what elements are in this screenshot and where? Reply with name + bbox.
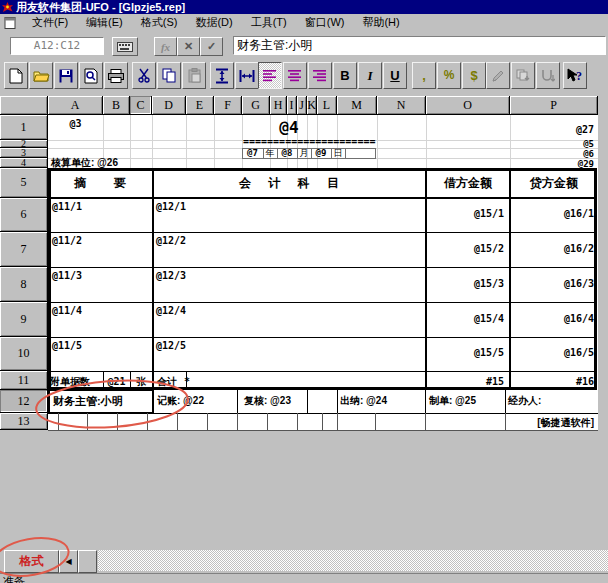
row-height-button[interactable] (210, 62, 234, 89)
formula-input[interactable]: 财务主管:小明 (233, 36, 606, 55)
sign-button[interactable] (486, 62, 510, 89)
row-header-5[interactable]: 5 (0, 168, 48, 198)
select-all-corner[interactable] (0, 96, 48, 115)
comma-style-button[interactable]: , (412, 62, 436, 89)
sort-down-button[interactable] (536, 62, 560, 89)
percent-style-button[interactable]: % (437, 62, 461, 89)
cell-debit-5[interactable]: @15/5 (426, 347, 504, 358)
cell-date-row[interactable]: @7 年 @8 月 @9 日 (242, 148, 376, 158)
row-header-8[interactable]: 8 (0, 267, 48, 302)
column-header-C[interactable]: C (130, 96, 152, 115)
column-header-L[interactable]: L (317, 96, 337, 115)
column-header-M[interactable]: M (337, 96, 377, 115)
cell-account-1[interactable]: @12/1 (156, 201, 186, 212)
open-button[interactable] (29, 62, 53, 89)
cut-button[interactable] (132, 62, 156, 89)
cell-summary-5[interactable]: @11/5 (52, 340, 82, 351)
cell-attach-label[interactable]: 附单据数 (50, 375, 90, 389)
cell-debit-4[interactable]: @15/4 (426, 313, 504, 324)
cell-debit-2[interactable]: @15/2 (426, 243, 504, 254)
align-center-button[interactable] (283, 62, 307, 89)
row-header-3[interactable]: 3 (0, 148, 48, 158)
cell-cashier[interactable]: 出纳: @24 (340, 394, 387, 408)
cell-account-3[interactable]: @12/3 (156, 270, 186, 281)
menu-help[interactable]: 帮助(H) (353, 14, 408, 31)
date-year-code[interactable]: @7 (242, 148, 263, 158)
cell-credit-3[interactable]: @16/3 (510, 278, 594, 289)
save-button[interactable] (54, 62, 78, 89)
column-header-H[interactable]: H (270, 96, 287, 115)
cell-r2-right-code[interactable]: @5 (512, 139, 594, 149)
keyboard-button[interactable] (112, 37, 138, 56)
row-header-2[interactable]: 2 (0, 140, 48, 148)
cell-attach-code[interactable]: @21 (103, 376, 130, 387)
header-account[interactable]: 会 计 科 目 (152, 168, 426, 198)
cell-reference-box[interactable]: A12:C12 (10, 37, 104, 55)
column-header-G[interactable]: G (242, 96, 270, 115)
menu-format[interactable]: 格式(S) (132, 14, 187, 31)
print-preview-button[interactable] (79, 62, 103, 89)
underline-button[interactable]: U (383, 62, 407, 89)
cell-maker[interactable]: 制单: @25 (429, 394, 476, 408)
cell-account-2[interactable]: @12/2 (156, 235, 186, 246)
cell-debit-3[interactable]: @15/3 (426, 278, 504, 289)
column-header-D[interactable]: D (152, 96, 186, 115)
row-header-11[interactable]: 11 (0, 371, 48, 390)
cell-account-5[interactable]: @12/5 (156, 340, 186, 351)
cell-divider-line[interactable]: ====================== (243, 136, 375, 147)
header-credit[interactable]: 贷方金额 (510, 168, 598, 198)
date-month-label[interactable]: 月 (297, 148, 311, 158)
new-button[interactable] (4, 62, 28, 89)
cell-credit-4[interactable]: @16/4 (510, 313, 594, 324)
cell-attach-unit[interactable]: 张 (130, 375, 152, 389)
cell-r1-left-code[interactable]: @3 (48, 118, 103, 129)
menu-data[interactable]: 数据(D) (186, 14, 241, 31)
row-header-9[interactable]: 9 (0, 302, 48, 337)
column-width-button[interactable] (235, 62, 259, 89)
row-header-7[interactable]: 7 (0, 232, 48, 267)
italic-button[interactable]: I (358, 62, 382, 89)
confirm-entry-button[interactable]: ✓ (200, 37, 223, 56)
cell-total-label[interactable]: 合计 (157, 375, 177, 389)
function-wizard-button[interactable]: fx (154, 37, 177, 56)
cell-unit-label[interactable]: 核算单位: @26 (51, 158, 118, 168)
cell-total-star[interactable]: * (184, 376, 190, 387)
cell-r3-right-code[interactable]: @6 (512, 149, 594, 159)
menu-window[interactable]: 窗口(W) (296, 14, 354, 31)
cancel-entry-button[interactable]: ✕ (177, 37, 200, 56)
cell-debit-1[interactable]: @15/1 (426, 208, 504, 219)
column-header-B[interactable]: B (103, 96, 130, 115)
column-header-O[interactable]: O (426, 96, 510, 115)
cell-debit-total[interactable]: #15 (426, 376, 504, 387)
row-header-10[interactable]: 10 (0, 337, 48, 371)
cell-summary-4[interactable]: @11/4 (52, 305, 82, 316)
currency-style-button[interactable]: $ (462, 62, 486, 89)
cell-credit-total[interactable]: #16 (510, 376, 594, 387)
cell-record[interactable]: 记账: @22 (157, 394, 204, 408)
column-header-I[interactable]: I (287, 96, 297, 115)
row-header-1[interactable]: 1 (0, 115, 48, 140)
header-summary[interactable]: 摘 要 (48, 168, 152, 198)
row-header-12[interactable]: 12 (0, 390, 48, 413)
row-header-6[interactable]: 6 (0, 198, 48, 232)
bold-button[interactable]: B (333, 62, 357, 89)
menu-file[interactable]: 文件(F) (23, 14, 77, 31)
column-header-K[interactable]: K (307, 96, 317, 115)
column-header-F[interactable]: F (214, 96, 242, 115)
cell-summary-2[interactable]: @11/2 (52, 235, 82, 246)
date-day-code[interactable]: @9 (311, 148, 331, 158)
paste-button[interactable] (182, 62, 206, 89)
cell-credit-1[interactable]: @16/1 (510, 208, 594, 219)
document-window-icon[interactable] (4, 17, 17, 29)
date-day-label[interactable]: 日 (331, 148, 345, 158)
cell-voucher-title-code[interactable]: @4 (152, 118, 426, 137)
tab-format[interactable]: 格式 (4, 550, 59, 573)
cell-summary-3[interactable]: @11/3 (52, 270, 82, 281)
fill-down-button[interactable] (511, 62, 535, 89)
cell-account-4[interactable]: @12/4 (156, 305, 186, 316)
cell-summary-1[interactable]: @11/1 (52, 201, 82, 212)
cell-credit-5[interactable]: @16/5 (510, 347, 594, 358)
align-left-button[interactable] (258, 62, 282, 89)
cell-review[interactable]: 复核: @23 (244, 394, 291, 408)
align-right-button[interactable] (308, 62, 332, 89)
